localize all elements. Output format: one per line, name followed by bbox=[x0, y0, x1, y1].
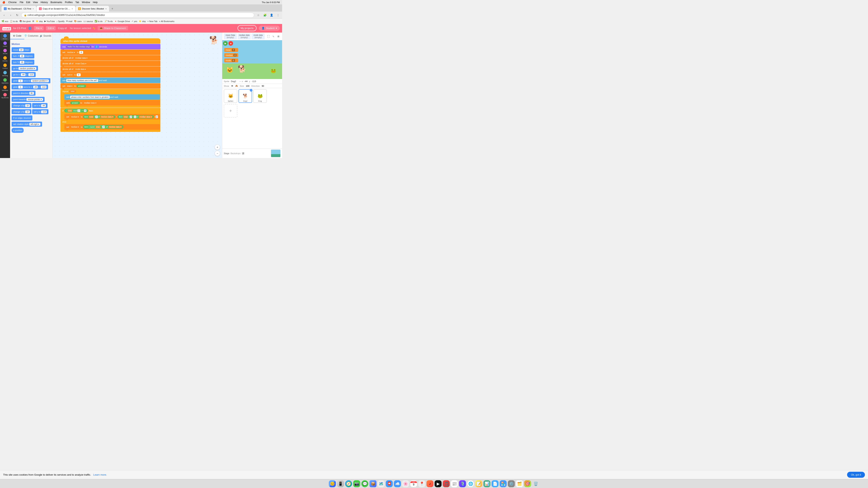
bm-gdrive[interactable]: 🔺Google Drive bbox=[114, 20, 130, 23]
category-looks[interactable]: Looks bbox=[0, 41, 10, 48]
block-turn-cw[interactable]: turn ↺ 15 degrees bbox=[11, 54, 34, 59]
sprite-card-dog2[interactable]: ✓ 🐕 Dog2 bbox=[239, 89, 252, 103]
share-to-classroom-btn[interactable]: 📤 Share to Classroom bbox=[98, 26, 128, 30]
resize-button[interactable]: ⤡ bbox=[271, 34, 276, 38]
block-go-to-xy[interactable]: go to x: -44 y: -113 bbox=[11, 72, 36, 77]
bm-canv[interactable]: 🎨canv bbox=[74, 20, 82, 23]
category-sensing[interactable]: Sensing bbox=[0, 70, 10, 77]
expand-button[interactable]: ⊞ bbox=[276, 34, 281, 38]
reload-button[interactable]: ↻ bbox=[15, 12, 20, 18]
sprite-card-frog[interactable]: 🐸 Frog bbox=[253, 89, 267, 103]
tab-1-close[interactable]: ✕ bbox=[32, 8, 34, 10]
repeat-block[interactable]: repeat total ask please enter numbers fr… bbox=[60, 89, 160, 108]
script-area[interactable]: 🐕 when this sprite clicked say Hello! I'… bbox=[53, 33, 222, 158]
tab-costumes[interactable]: 👕 Costumes bbox=[24, 33, 38, 39]
edit-menu-btn[interactable]: Edit ▾ bbox=[46, 26, 56, 30]
block-set-median[interactable]: set median ▾ to 0 bbox=[60, 50, 160, 55]
block-set-median-formula1[interactable]: set median ▾ to item total / 2 of median… bbox=[64, 114, 160, 120]
block-point-towards[interactable]: point towards mouse-pointer ▾ bbox=[11, 97, 44, 102]
sprite-card-sprite1[interactable]: 🐱 Sprite1 bbox=[224, 89, 237, 103]
block-change-x-by[interactable]: change x by 10 bbox=[11, 103, 31, 108]
profile-button[interactable]: 👤 bbox=[269, 12, 274, 18]
apple-menu[interactable]: 🍎 bbox=[2, 1, 5, 4]
bookmark-button[interactable]: ☆ bbox=[256, 12, 261, 18]
backdrop-thumbnail[interactable] bbox=[271, 150, 281, 157]
url-input[interactable]: 🔒 csfirst.withgoogle.com/project/408f972… bbox=[21, 12, 254, 18]
block-add-answer[interactable]: add answer to median data ▾ bbox=[64, 100, 160, 105]
bm-eco[interactable]: 🌿eco bbox=[2, 20, 8, 23]
category-variables[interactable]: Variables bbox=[0, 85, 10, 92]
block-set-sum[interactable]: set sum ▾ to 0 bbox=[60, 72, 160, 77]
bm-apps[interactable]: ⊞ bbox=[32, 20, 34, 23]
help-menu[interactable]: Help bbox=[93, 1, 98, 4]
tab-3-close[interactable]: ✕ bbox=[105, 8, 107, 10]
block-move-steps[interactable]: move 10 steps bbox=[11, 47, 31, 52]
block-delete-median-data[interactable]: delete all of median data ▾ bbox=[60, 55, 160, 61]
back-button[interactable]: ‹ bbox=[2, 12, 7, 18]
bm-newtab[interactable]: +New Tab bbox=[148, 20, 157, 23]
fullscreen-button[interactable]: ⛶ bbox=[266, 34, 271, 38]
history-menu[interactable]: History bbox=[41, 1, 48, 4]
category-events[interactable]: Events bbox=[0, 55, 10, 63]
block-set-y[interactable]: set y to -113 bbox=[32, 109, 49, 114]
tab-1[interactable]: G My Dashboard - CS First ✕ bbox=[2, 6, 36, 11]
bookmarks-menu[interactable]: Bookmarks bbox=[51, 1, 62, 4]
category-sound[interactable]: Sound bbox=[0, 48, 10, 55]
bm-todo2[interactable]: ✅to do bbox=[95, 20, 102, 23]
bm-saurus[interactable]: 📖saurus bbox=[83, 20, 93, 23]
bm-mail[interactable]: ✉mail bbox=[66, 20, 72, 23]
language-globe-icon[interactable]: 🌐 bbox=[28, 27, 32, 30]
block-delete-mode-data[interactable]: delete all of mode data ▾ bbox=[60, 66, 160, 72]
block-ask-enter-numbers[interactable]: ask please enter numbers from least to g… bbox=[64, 94, 160, 100]
tab-code[interactable]: ⚙ Code bbox=[10, 33, 24, 39]
hat-block-sprite-clicked[interactable]: when this sprite clicked bbox=[60, 38, 160, 44]
block-set-median-formula2[interactable]: set median ▾ to item round total / 2 of … bbox=[64, 124, 160, 130]
bm-todo[interactable]: 📋to do bbox=[10, 20, 18, 23]
bm-slay[interactable]: ⭐slay bbox=[36, 20, 43, 23]
file-menu-btn[interactable]: File ▾ bbox=[34, 26, 43, 30]
bm-spotify[interactable]: ♪Spotify bbox=[56, 20, 64, 23]
tab-3[interactable]: B Discover Sets | Blooket ✕ bbox=[76, 6, 109, 11]
block-if-on-edge[interactable]: if on edge, bounce bbox=[11, 116, 32, 121]
block-go-to-random[interactable]: go to random position ▾ bbox=[11, 66, 38, 71]
category-operators[interactable]: Operators bbox=[0, 77, 10, 85]
block-turn-ccw[interactable]: turn ↻ 15 degrees bbox=[11, 60, 34, 65]
block-point-direction[interactable]: point in direction 90 bbox=[11, 91, 35, 96]
tab-2-close[interactable]: ✕ bbox=[71, 8, 73, 10]
block-ask-how-many[interactable]: ask How many numbers are in the set? and… bbox=[60, 78, 160, 83]
block-set-rotation-style[interactable]: set rotation style left-right ▾ bbox=[11, 122, 42, 127]
edit-menu[interactable]: Edit bbox=[26, 1, 30, 4]
block-say[interactable]: say Hello! I'm the median dog! for 2 sec… bbox=[60, 44, 160, 50]
my-projects-btn[interactable]: My projects bbox=[238, 25, 256, 31]
category-motion[interactable]: Motion bbox=[0, 33, 10, 40]
view-menu[interactable]: View bbox=[33, 1, 38, 4]
student-btn[interactable]: 👤 Student ▾ bbox=[259, 26, 280, 31]
category-myblocks[interactable]: My Blocks bbox=[0, 92, 10, 99]
green-flag-button[interactable]: ▶ bbox=[223, 41, 228, 46]
block-delete-mean-data[interactable]: delete all of mean Data ▾ bbox=[60, 61, 160, 66]
window-menu[interactable]: Window bbox=[82, 1, 90, 4]
file-menu[interactable]: File bbox=[20, 1, 24, 4]
forward-button[interactable]: › bbox=[8, 12, 13, 18]
zoom-in-button[interactable]: + bbox=[215, 144, 220, 150]
tab-sounds[interactable]: 🔊 Sounds bbox=[38, 33, 53, 39]
if-else-block[interactable]: if total mod 2 = 0 then se bbox=[60, 108, 160, 132]
block-x-position[interactable]: x position bbox=[11, 128, 24, 133]
bm-todo3[interactable]: 📝To-do bbox=[104, 20, 113, 23]
block-set-total[interactable]: set total ▾ to answer bbox=[60, 83, 160, 89]
block-glide-random[interactable]: glide 1 secs to random position ▾ bbox=[11, 78, 51, 83]
profiles-menu[interactable]: Profiles bbox=[65, 1, 73, 4]
show-hidden-icon[interactable]: 🙈 bbox=[235, 85, 238, 87]
block-change-y-by[interactable]: change y by 10 bbox=[11, 109, 31, 114]
edit-pencil-icon[interactable]: ✏️ bbox=[92, 27, 95, 30]
new-tab-button[interactable]: + bbox=[110, 6, 115, 11]
stop-button[interactable]: ■ bbox=[228, 41, 233, 46]
bm-youtube[interactable]: ▶YouTube bbox=[44, 20, 55, 23]
show-eye-icon[interactable]: 👁 bbox=[231, 85, 233, 87]
bm-all[interactable]: »All Bookmarks bbox=[159, 20, 175, 23]
add-sprite-button[interactable]: + bbox=[224, 104, 237, 118]
tab-2[interactable]: S Copy of on Scratch for CS F... ✕ bbox=[37, 6, 75, 11]
category-control[interactable]: Control bbox=[0, 63, 10, 70]
bm-the-giver[interactable]: 📚the giver bbox=[19, 20, 31, 23]
extensions-button[interactable]: 🧩 bbox=[262, 12, 267, 18]
